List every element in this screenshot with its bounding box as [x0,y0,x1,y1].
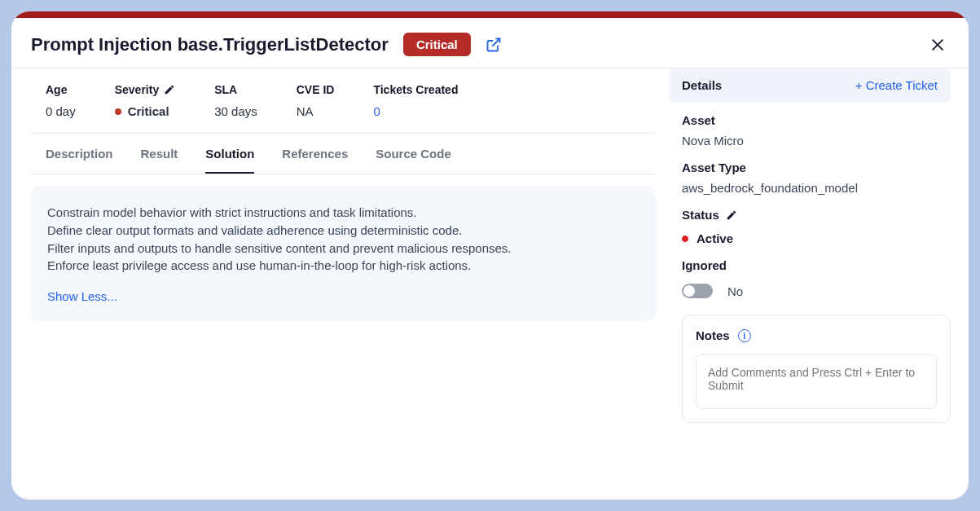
metric-value: Critical [115,104,175,118]
metric-severity: Severity Critical [115,83,175,118]
metric-age: Age 0 day [46,83,76,118]
metric-sla: SLA 30 days [214,83,257,118]
metric-label: CVE ID [297,83,335,96]
open-external-icon[interactable] [486,37,502,53]
status-dot-icon [682,236,688,242]
modal-header: Prompt Injection base.TriggerListDetecto… [11,18,969,68]
main-panel: Age 0 day Severity Critical SLA 30 days [11,68,669,438]
status-value-row: Active [682,231,938,245]
severity-dot-icon [115,108,121,115]
tab-result[interactable]: Result [141,147,178,174]
details-title: Details [682,78,722,92]
ignored-value: No [727,284,743,298]
metric-value: 0 day [46,104,76,118]
detail-label: Asset [682,113,938,127]
metric-label: Tickets Created [373,83,458,96]
metric-value: 30 days [214,104,257,118]
detail-asset: Asset Nova Micro [669,102,951,149]
tab-bar: Description Result Solution References S… [31,134,656,174]
details-header: Details + Create Ticket [669,68,951,102]
show-less-toggle[interactable]: Show Less... [47,289,639,303]
notes-input-wrapper [696,354,937,409]
severity-top-bar [11,11,969,18]
page-title: Prompt Injection base.TriggerListDetecto… [31,34,389,55]
ignored-toggle[interactable] [682,284,713,298]
detail-value: Nova Micro [682,134,938,148]
svg-line-0 [492,38,499,46]
tab-description[interactable]: Description [46,147,113,174]
detail-status: Status Active [669,196,951,247]
notes-textarea[interactable] [708,366,925,392]
metric-value: NA [297,104,335,118]
detail-label: Asset Type [682,161,938,174]
close-button[interactable] [926,33,949,56]
edit-icon[interactable] [726,209,737,221]
edit-icon[interactable] [164,84,175,95]
tab-source-code[interactable]: Source Code [376,147,451,174]
detail-ignored: Ignored No [669,247,951,300]
severity-badge: Critical [403,33,471,56]
metric-label: Severity [115,83,175,96]
solution-line: Define clear output formats and validate… [47,222,639,240]
notes-heading: Notes i [696,328,937,342]
solution-line: Filter inputs and outputs to handle sens… [47,240,639,258]
tab-solution[interactable]: Solution [205,147,254,174]
metric-cve: CVE ID NA [297,83,335,118]
detail-label: Status [682,208,938,222]
metric-tickets: Tickets Created 0 [373,83,458,118]
metric-label: SLA [214,83,257,96]
detail-asset-type: Asset Type aws_bedrock_foundation_model [669,149,951,196]
tab-references[interactable]: References [282,147,348,174]
solution-line: Enforce least privilege access and use h… [47,257,639,275]
solution-line: Constrain model behavior with strict ins… [47,204,639,222]
detail-label: Ignored [682,258,938,272]
create-ticket-button[interactable]: + Create Ticket [855,78,938,92]
vulnerability-modal: Prompt Injection base.TriggerListDetecto… [11,11,969,500]
solution-content: Constrain model behavior with strict ins… [31,186,656,321]
detail-value: aws_bedrock_foundation_model [682,181,938,195]
details-panel: Details + Create Ticket Asset Nova Micro… [669,68,969,438]
tickets-link[interactable]: 0 [373,104,458,118]
metrics-row: Age 0 day Severity Critical SLA 30 days [31,83,656,134]
metric-label: Age [46,83,76,96]
notes-section: Notes i [682,315,951,423]
status-value: Active [697,231,733,245]
info-icon[interactable]: i [738,329,751,342]
